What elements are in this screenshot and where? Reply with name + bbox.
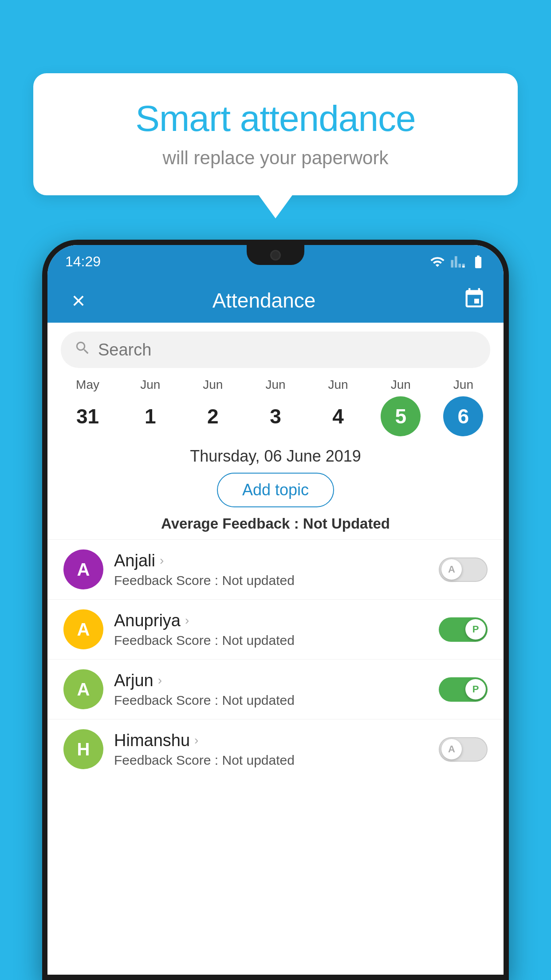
feedback-label: Feedback Score : [114, 693, 222, 707]
selected-date-label: Thursday, 06 June 2019 [47, 436, 504, 469]
student-name: Himanshu› [114, 731, 428, 750]
cal-date-label: 3 [256, 396, 295, 436]
avg-feedback-label: Average Feedback : [161, 515, 303, 532]
search-icon [74, 340, 91, 360]
status-bar: 14:29 [47, 245, 504, 278]
add-topic-wrap: Add topic [47, 469, 504, 513]
feedback-label: Feedback Score : [114, 573, 222, 588]
cal-date-label: 31 [68, 396, 108, 436]
avatar: A [63, 549, 103, 589]
student-name: Anupriya› [114, 611, 428, 630]
camera [270, 250, 281, 261]
average-feedback: Average Feedback : Not Updated [47, 513, 504, 539]
phone-frame: 14:29 × Attendance [42, 240, 509, 980]
feedback-value: Not updated [222, 633, 294, 648]
app-header: × Attendance [47, 278, 504, 323]
name-text: Anjali [114, 551, 155, 570]
student-item[interactable]: AAnupriya›Feedback Score : Not updatedP [47, 599, 504, 659]
battery-icon [471, 254, 486, 269]
student-info: Anjali›Feedback Score : Not updated [114, 551, 428, 588]
cal-date-label: 5 [381, 396, 421, 436]
cal-date-label: 2 [193, 396, 233, 436]
calendar-day[interactable]: May31 [68, 378, 108, 436]
speech-bubble: Smart attendance will replace your paper… [33, 73, 518, 195]
search-bar[interactable] [61, 332, 490, 368]
calendar-day[interactable]: Jun6 [443, 378, 483, 436]
calendar-day[interactable]: Jun2 [193, 378, 233, 436]
feedback-value: Not updated [222, 573, 294, 588]
student-item[interactable]: HHimanshu›Feedback Score : Not updatedA [47, 719, 504, 779]
student-item[interactable]: AArjun›Feedback Score : Not updatedP [47, 659, 504, 719]
cal-month-label: Jun [328, 378, 348, 392]
status-time: 14:29 [65, 253, 101, 270]
cal-month-label: Jun [391, 378, 411, 392]
student-list: AAnjali›Feedback Score : Not updatedAAAn… [47, 539, 504, 779]
cal-month-label: Jun [265, 378, 285, 392]
feedback-label: Feedback Score : [114, 753, 222, 767]
cal-month-label: Jun [203, 378, 223, 392]
calendar-icon [463, 287, 486, 310]
calendar-day[interactable]: Jun3 [256, 378, 295, 436]
toggle-knob: A [441, 559, 462, 580]
calendar-row: May31Jun1Jun2Jun3Jun4Jun5Jun6 [47, 373, 504, 436]
wifi-icon [430, 254, 445, 269]
attendance-toggle[interactable]: A [439, 737, 488, 762]
feedback-score: Feedback Score : Not updated [114, 693, 428, 708]
cal-month-label: Jun [140, 378, 160, 392]
calendar-day[interactable]: Jun5 [381, 378, 421, 436]
avatar: A [63, 609, 103, 649]
search-input[interactable] [98, 340, 477, 360]
name-text: Arjun [114, 671, 153, 690]
student-info: Arjun›Feedback Score : Not updated [114, 671, 428, 708]
calendar-day[interactable]: Jun1 [130, 378, 170, 436]
attendance-toggle[interactable]: P [439, 617, 488, 642]
cal-date-label: 6 [443, 396, 483, 436]
attendance-toggle[interactable]: P [439, 677, 488, 702]
toggle-knob: P [465, 679, 486, 699]
cal-month-label: Jun [453, 378, 473, 392]
feedback-score: Feedback Score : Not updated [114, 753, 428, 768]
calendar-day[interactable]: Jun4 [318, 378, 358, 436]
chevron-icon: › [194, 733, 198, 747]
cal-month-label: May [76, 378, 99, 392]
notch [247, 245, 304, 265]
cal-date-label: 1 [130, 396, 170, 436]
student-name: Anjali› [114, 551, 428, 570]
calendar-button[interactable] [463, 287, 486, 314]
bubble-title: Smart attendance [60, 98, 491, 139]
chevron-icon: › [185, 613, 189, 628]
chevron-icon: › [160, 553, 164, 568]
add-topic-button[interactable]: Add topic [217, 473, 334, 507]
avatar: H [63, 729, 103, 769]
name-text: Anupriya [114, 611, 181, 630]
search-magnify-icon [74, 340, 91, 356]
toggle-knob: P [465, 619, 486, 640]
feedback-label: Feedback Score : [114, 633, 222, 648]
signal-icon [450, 254, 465, 269]
student-info: Himanshu›Feedback Score : Not updated [114, 731, 428, 768]
cal-date-label: 4 [318, 396, 358, 436]
feedback-value: Not updated [222, 693, 294, 707]
chevron-icon: › [158, 673, 162, 688]
status-icons [430, 254, 486, 269]
avg-feedback-value: Not Updated [303, 515, 390, 532]
toggle-knob: A [441, 739, 462, 759]
student-info: Anupriya›Feedback Score : Not updated [114, 611, 428, 648]
feedback-value: Not updated [222, 753, 294, 767]
attendance-toggle[interactable]: A [439, 557, 488, 582]
header-title: Attendance [65, 288, 463, 312]
feedback-score: Feedback Score : Not updated [114, 573, 428, 588]
student-name: Arjun› [114, 671, 428, 690]
student-item[interactable]: AAnjali›Feedback Score : Not updatedA [47, 539, 504, 599]
name-text: Himanshu [114, 731, 190, 750]
phone-inner: 14:29 × Attendance [47, 245, 504, 975]
bubble-subtitle: will replace your paperwork [60, 147, 491, 169]
avatar: A [63, 669, 103, 709]
feedback-score: Feedback Score : Not updated [114, 633, 428, 648]
